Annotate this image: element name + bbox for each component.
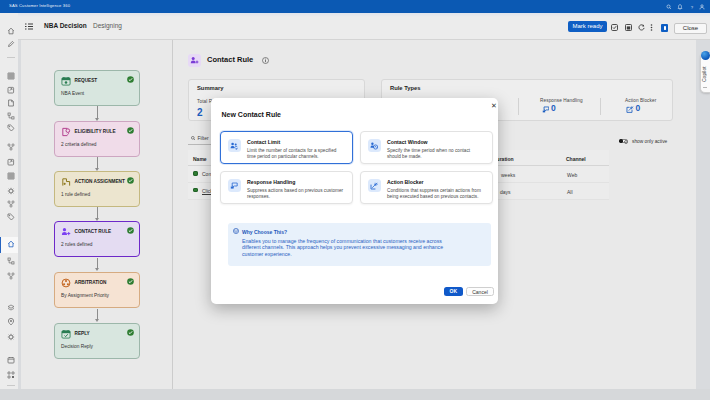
svg-text:?: ?: [690, 5, 693, 10]
